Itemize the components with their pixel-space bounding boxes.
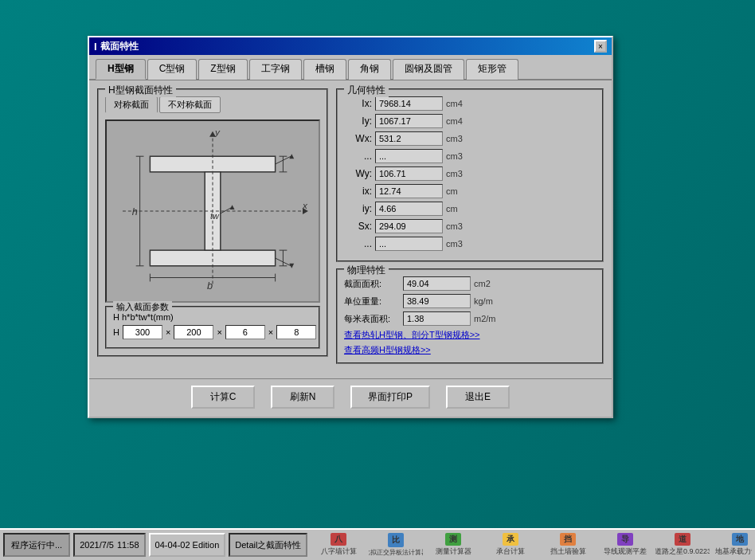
tab-angle[interactable]: 角钢: [348, 59, 391, 80]
taskbar-running: 程序运行中...: [3, 533, 70, 557]
geo-label-iy: Iy:: [344, 116, 372, 127]
tab-bar: H型钢 C型钢 Z型钢 工字钢 槽钢 角钢 圆钢及圆管 矩形管: [89, 55, 612, 80]
taskbar-edition[interactable]: 04-04-02 Edition: [149, 533, 226, 557]
tb-icon-0[interactable]: 八 八字墙计算: [311, 531, 366, 558]
tb-icon-6[interactable]: 道 道路之星0.9.0223: [655, 531, 710, 558]
geo-group-label: 几何特性: [344, 84, 389, 97]
svg-text:y: y: [214, 127, 221, 137]
refresh-button[interactable]: 刷新N: [271, 386, 334, 409]
tb-icon-1[interactable]: 比 比拟正交异板法计算器: [368, 531, 424, 558]
modal-footer: 计算C 刷新N 界面打印P 退出E: [89, 378, 612, 417]
taskbar-app-title[interactable]: Detail之截面特性: [229, 533, 307, 557]
taskbar-active-app[interactable]: 2021/7/5 11:58: [73, 533, 145, 557]
tb-mini-icon-4: 挡: [560, 533, 576, 546]
exit-button[interactable]: 退出E: [446, 386, 510, 409]
geo-label-iyy: iy:: [344, 203, 372, 214]
taskbar-time: 11:58: [117, 540, 139, 550]
geo-row-iy: Iy: 1067.17 cm4: [344, 114, 596, 128]
tab-rect[interactable]: 矩形管: [466, 59, 518, 80]
tb-mini-icon-0: 八: [331, 533, 346, 546]
params-hint-row: H h*b*tw*t(mm): [113, 312, 312, 322]
geo-unit-sx: cm3: [446, 221, 470, 231]
taskbar: 程序运行中... 2021/7/5 11:58 04-04-02 Edition…: [0, 528, 755, 560]
geo-row-wy: Wy: 106.71 cm3: [344, 166, 596, 181]
tb-mini-icon-3: 承: [503, 533, 518, 546]
phys-row-weight: 单位重量: 38.49 kg/m: [344, 294, 596, 308]
tab-slot[interactable]: 槽钢: [303, 59, 346, 80]
geo-unit-dots1: cm3: [446, 151, 470, 161]
phys-value-surface: 1.38: [403, 311, 471, 326]
tb-mini-icon-6: 道: [675, 533, 690, 546]
tab-i-beam[interactable]: 工字钢: [249, 59, 302, 80]
phys-label-surface: 每米表面积:: [344, 313, 400, 325]
phys-label-weight: 单位重量:: [344, 296, 400, 307]
subtab-symmetric[interactable]: 对称截面: [105, 96, 158, 113]
modal-titlebar: I 截面特性 ×: [89, 37, 612, 55]
section-group-label: H型钢截面特性: [105, 84, 176, 97]
param-h-label: H: [113, 327, 119, 337]
tb-icon-4[interactable]: 挡 挡土墙验算: [540, 531, 596, 558]
geo-value-wy: 106.71: [375, 166, 443, 181]
geo-unit-dots2: cm3: [446, 239, 470, 249]
geo-value-sx: 294.09: [375, 219, 443, 233]
geo-label-dots2: ...: [344, 238, 372, 249]
svg-text:b: b: [207, 280, 213, 292]
modal-window: I 截面特性 × H型钢 C型钢 Z型钢 工字钢 槽钢 角钢 圆钢及圆管 矩形管: [88, 36, 613, 418]
param-tw-input[interactable]: [225, 325, 265, 339]
geo-label-sx: Sx:: [344, 221, 372, 232]
tab-c-beam[interactable]: C型钢: [147, 59, 198, 80]
tab-z-beam[interactable]: Z型钢: [198, 59, 247, 80]
geo-label-wy: Wy:: [344, 168, 372, 179]
tb-icon-3[interactable]: 承 承台计算: [483, 531, 538, 558]
geo-value-dots2: ...: [375, 237, 443, 251]
print-button[interactable]: 界面打印P: [350, 386, 430, 409]
params-input-row: H × × ×: [113, 325, 312, 339]
tb-mini-icon-7: 地: [732, 533, 748, 546]
geo-label-dots1: ...: [344, 151, 372, 162]
modal-overlay: I 截面特性 × H型钢 C型钢 Z型钢 工字钢 槽钢 角钢 圆钢及圆管 矩形管: [0, 0, 755, 560]
phys-row-surface: 每米表面积: 1.38 m2/m: [344, 311, 596, 326]
taskbar-datetime: 2021/7/5: [80, 540, 114, 550]
param-b-input[interactable]: [174, 325, 213, 339]
phys-group-label: 物理特性: [344, 264, 389, 277]
geo-unit-iyy: cm: [446, 204, 470, 213]
sub-tab-bar: 对称截面 不对称截面: [105, 96, 320, 113]
tab-h-beam[interactable]: H型钢: [96, 59, 146, 80]
phys-unit-weight: kg/m: [474, 296, 493, 306]
tb-icon-7[interactable]: 地 地基承载力计算: [712, 531, 752, 558]
svg-rect-1: [150, 156, 275, 172]
calc-button[interactable]: 计算C: [191, 386, 255, 409]
subtab-asymmetric[interactable]: 不对称截面: [159, 96, 221, 113]
geo-row-ixx: ix: 12.74 cm: [344, 184, 596, 198]
right-panel: 几何特性 Ix: 7968.14 cm4 Iy: 1067.17 cm4: [336, 88, 604, 370]
tb-mini-icon-1: 比: [388, 533, 404, 547]
tab-round[interactable]: 圆钢及圆管: [393, 59, 464, 80]
close-button[interactable]: ×: [594, 40, 607, 53]
section-group: H型钢截面特性 对称截面 不对称截面: [97, 88, 328, 357]
geo-row-wx: Wx: 531.2 cm3: [344, 131, 596, 146]
sep3: ×: [268, 327, 273, 337]
svg-text:tw: tw: [210, 211, 220, 221]
geo-value-ix: 7968.14: [375, 96, 443, 111]
tb-icon-5[interactable]: 导 导线观测平差: [597, 531, 653, 558]
sep1: ×: [166, 327, 170, 337]
geo-unit-ixx: cm: [446, 186, 470, 196]
desktop: I 截面特性 × H型钢 C型钢 Z型钢 工字钢 槽钢 角钢 圆钢及圆管 矩形管: [0, 0, 755, 560]
link-high-freq[interactable]: 查看高频H型钢规格>>: [344, 344, 596, 356]
geo-unit-wx: cm3: [446, 134, 470, 143]
beam-drawing: h b tw: [105, 119, 320, 303]
phys-unit-surface: m2/m: [474, 314, 496, 323]
link-hot-rolled[interactable]: 查看热轧H型钢、剖分T型钢规格>>: [344, 329, 596, 341]
tb-mini-icon-2: 测: [445, 533, 461, 546]
tb-icon-2[interactable]: 测 测量计算器: [425, 531, 481, 558]
left-panel: H型钢截面特性 对称截面 不对称截面: [97, 88, 328, 370]
phys-group: 物理特性 截面面积: 49.04 cm2 单位重量: 38.49 kg/m: [336, 268, 604, 364]
geo-row-ix: Ix: 7968.14 cm4: [344, 96, 596, 111]
param-h-input[interactable]: [123, 325, 162, 339]
params-hint: H h*b*tw*t(mm): [113, 312, 174, 322]
geo-row-dots2: ... ... cm3: [344, 237, 596, 251]
phys-unit-area: cm2: [474, 279, 491, 288]
param-t-input[interactable]: [276, 325, 316, 339]
tb-mini-icon-5: 导: [617, 533, 633, 546]
geo-unit-iy: cm4: [446, 116, 470, 126]
